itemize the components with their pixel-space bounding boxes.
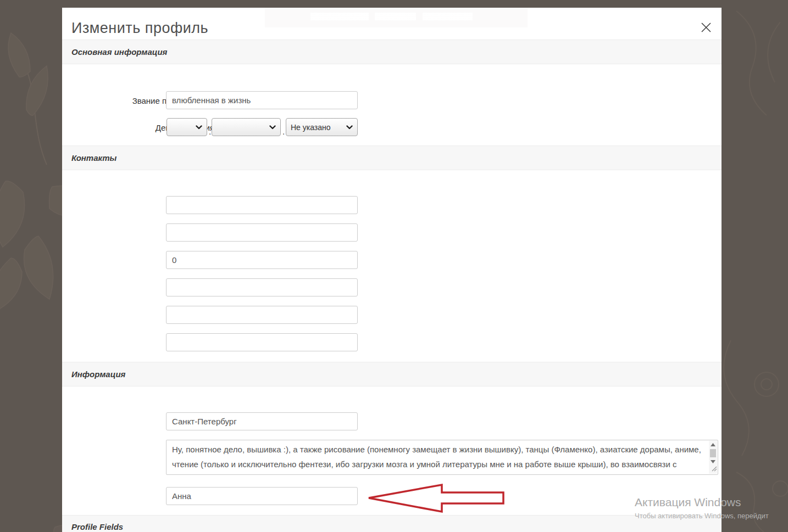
chevron-down-icon <box>196 125 202 130</box>
city-input[interactable] <box>166 412 358 430</box>
interests-textarea[interactable]: Ну, понятное дело, вышивка :), а также р… <box>166 440 718 475</box>
interests-text: Ну, понятное дело, вышивка :), а также р… <box>172 442 707 474</box>
user-title-input[interactable] <box>166 91 358 109</box>
interests-scrollbar[interactable] <box>709 441 717 474</box>
resize-grip-icon[interactable] <box>711 464 717 474</box>
section-header-basic-label: Основная информация <box>71 47 167 57</box>
birthday-month-select[interactable] <box>212 118 281 136</box>
yahoo-input[interactable] <box>166 278 358 296</box>
birthday-separator-1: . <box>209 127 211 136</box>
section-header-info-label: Информация <box>71 369 125 379</box>
close-icon[interactable] <box>700 21 713 34</box>
edit-profile-dialog: Изменить профиль Основная информация Зва… <box>62 8 722 532</box>
birthday-year-select[interactable]: Не указано <box>286 118 358 136</box>
section-header-basic: Основная информация <box>62 40 722 64</box>
background-artifact-smudge <box>298 13 506 20</box>
msn-input[interactable] <box>166 196 358 214</box>
icq-input[interactable] <box>166 251 358 269</box>
name-input[interactable] <box>166 487 358 505</box>
website-input[interactable] <box>166 223 358 242</box>
red-arrow-annotation <box>367 483 506 514</box>
section-header-contacts: Контакты <box>62 145 722 170</box>
jabber-input[interactable] <box>166 306 358 324</box>
dialog-title: Изменить профиль <box>71 20 208 37</box>
section-header-contacts-label: Контакты <box>71 153 116 163</box>
chevron-down-icon <box>346 125 353 130</box>
chevron-down-icon <box>269 125 276 130</box>
section-header-profile-fields-label: Profile Fields <box>71 522 123 531</box>
birthday-day-select[interactable] <box>167 118 207 136</box>
scrollbar-thumb[interactable] <box>710 449 716 457</box>
section-header-info: Информация <box>62 362 722 387</box>
birthday-separator-2: . <box>282 127 285 136</box>
background-artifact <box>265 8 528 27</box>
birthday-year-value: Не указано <box>291 123 343 132</box>
section-header-profile-fields: Profile Fields <box>62 515 722 532</box>
skype-input[interactable] <box>166 333 358 351</box>
scroll-up-icon[interactable] <box>709 441 717 449</box>
